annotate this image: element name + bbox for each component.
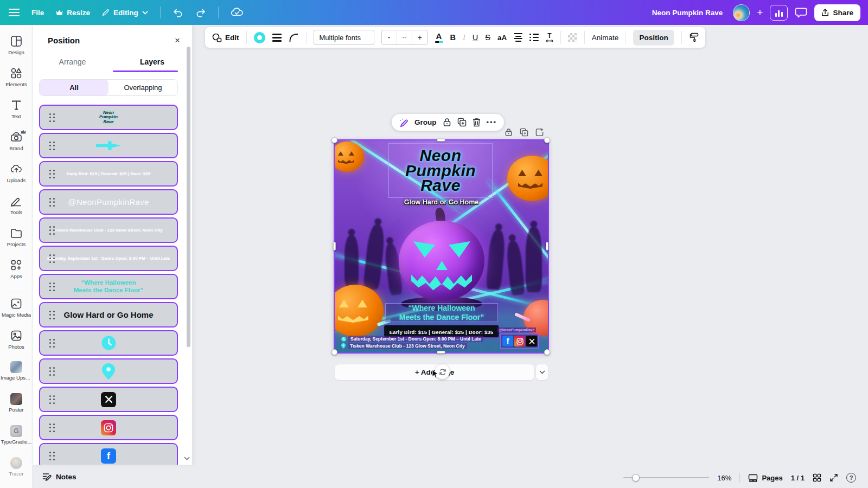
- poster-schedule-row[interactable]: Saturday, September 1st - Doors Open: 8:…: [341, 336, 483, 342]
- pages-button[interactable]: Pages: [748, 474, 782, 482]
- insights-button[interactable]: [770, 5, 788, 21]
- poster-title-textbox[interactable]: Neon Pumpkin Rave: [388, 143, 493, 198]
- edit-image-button[interactable]: Edit: [212, 33, 239, 42]
- layer-row-x-logo[interactable]: [39, 387, 178, 412]
- sidebar-item-magic-media[interactable]: Magic Media: [0, 297, 33, 318]
- close-icon[interactable]: ×: [175, 36, 180, 45]
- poster-social-handle[interactable]: @NeonPumpkinRave: [497, 328, 536, 332]
- share-button[interactable]: Share: [814, 4, 860, 21]
- lock-page-icon[interactable]: [505, 128, 513, 137]
- zoom-value[interactable]: 16%: [717, 474, 731, 482]
- more-options-icon[interactable]: •••: [487, 118, 497, 126]
- sidebar-item-projects[interactable]: Projects: [0, 227, 33, 247]
- poster-venue-row[interactable]: Tisken Warehouse Club - 123 Glow Street,…: [341, 343, 467, 349]
- drag-handle-icon[interactable]: [49, 254, 55, 263]
- duplicate-icon[interactable]: [457, 118, 467, 127]
- comments-button[interactable]: [795, 7, 807, 18]
- layer-row-clock[interactable]: [39, 330, 178, 356]
- layer-row-venue[interactable]: Tisken Warehouse Club - 123 Glow Street,…: [39, 217, 178, 243]
- sidebar-item-image-upscaler[interactable]: Image Upsc...: [0, 361, 33, 381]
- font-size-value[interactable]: --: [397, 30, 412, 44]
- drag-handle-icon[interactable]: [49, 226, 55, 235]
- text-case-button[interactable]: aA: [497, 34, 507, 42]
- delete-icon[interactable]: [473, 118, 481, 127]
- scroll-down-icon[interactable]: [184, 453, 190, 463]
- sidebar-item-elements[interactable]: Elements: [0, 67, 33, 87]
- layer-row-tagline[interactable]: Glow Hard or Go Home: [39, 302, 178, 328]
- curve-icon[interactable]: [289, 33, 299, 42]
- layer-row-arrow-shape[interactable]: [39, 133, 178, 158]
- sidebar-item-uploads[interactable]: Uploads: [0, 163, 33, 183]
- collapse-pages-button[interactable]: [536, 364, 548, 380]
- selection-handle-right[interactable]: [546, 242, 548, 251]
- sidebar-item-poster[interactable]: Poster: [0, 393, 33, 413]
- panel-scrollbar[interactable]: [187, 47, 190, 347]
- layer-row-schedule[interactable]: Saturday, September 1st - Doors Open: 8:…: [39, 246, 178, 271]
- copy-style-icon[interactable]: [689, 33, 699, 42]
- bold-button[interactable]: B: [450, 33, 456, 42]
- sidebar-item-design[interactable]: Design: [0, 35, 33, 55]
- font-size-increase[interactable]: +: [412, 30, 427, 44]
- drag-handle-icon[interactable]: [49, 395, 55, 404]
- selection-handle-top-left[interactable]: [331, 137, 337, 143]
- text-align-icon[interactable]: [514, 33, 522, 42]
- drag-handle-icon[interactable]: [49, 113, 55, 122]
- filter-all[interactable]: All: [40, 80, 108, 95]
- fullscreen-button[interactable]: [829, 473, 838, 482]
- sidebar-item-text[interactable]: Text: [0, 99, 33, 119]
- strikethrough-button[interactable]: S: [485, 33, 490, 42]
- layer-row-slogan[interactable]: “Where Halloween Meets the Dance Floor”: [39, 274, 178, 299]
- sidebar-item-photos[interactable]: Photos: [0, 329, 33, 350]
- shape-color-swatch[interactable]: [254, 32, 265, 43]
- sidebar-item-brand[interactable]: Brand: [0, 131, 33, 151]
- help-button[interactable]: ?: [846, 473, 856, 483]
- drag-handle-icon[interactable]: [49, 367, 55, 376]
- undo-button[interactable]: [173, 8, 183, 17]
- text-spacing-icon[interactable]: T: [546, 33, 553, 43]
- sidebar-item-tools[interactable]: Tools: [0, 195, 33, 215]
- list-icon[interactable]: [529, 34, 539, 41]
- text-color-button[interactable]: A: [435, 32, 443, 43]
- sidebar-item-typegradient[interactable]: G TypeGradie...: [0, 425, 33, 445]
- selection-handle-bottom-left[interactable]: [331, 349, 337, 355]
- selection-handle-top[interactable]: [437, 139, 445, 142]
- tab-arrange[interactable]: Arrange: [33, 53, 112, 72]
- magic-edit-icon[interactable]: [399, 118, 409, 127]
- font-family-select[interactable]: Multiple fonts: [314, 30, 374, 45]
- drag-handle-icon[interactable]: [49, 452, 55, 460]
- poster-slogan-textbox[interactable]: “Where Halloween Meets the Dance Floor”: [385, 303, 498, 322]
- drag-handle-icon[interactable]: [49, 142, 55, 150]
- redo-button[interactable]: [195, 8, 206, 17]
- layer-row-handle[interactable]: @NeonPumpkinRave: [39, 189, 178, 215]
- stroke-weight-icon[interactable]: [272, 34, 282, 42]
- position-button[interactable]: Position: [633, 30, 674, 46]
- design-page[interactable]: Neon Pumpkin Rave Glow Hard or Go Home “…: [335, 140, 548, 352]
- drag-handle-icon[interactable]: [49, 339, 55, 348]
- drag-handle-icon[interactable]: [49, 423, 55, 432]
- add-page-icon[interactable]: [535, 128, 544, 137]
- zoom-slider-thumb[interactable]: [632, 474, 640, 481]
- document-title[interactable]: Neon Pumpkin Rave: [652, 9, 723, 17]
- poster-social-icons[interactable]: f: [500, 333, 539, 349]
- editing-mode-dropdown[interactable]: Editing: [102, 9, 148, 17]
- lock-icon[interactable]: [443, 118, 451, 127]
- group-button[interactable]: Group: [414, 118, 437, 126]
- drag-handle-icon[interactable]: [49, 170, 55, 178]
- drag-handle-icon[interactable]: [49, 198, 55, 207]
- tab-layers[interactable]: Layers: [112, 53, 192, 72]
- underline-button[interactable]: U: [473, 33, 478, 42]
- sidebar-item-tracer[interactable]: Tracer: [0, 457, 33, 477]
- file-menu[interactable]: File: [31, 9, 44, 17]
- duplicate-page-icon[interactable]: [520, 128, 528, 137]
- drag-handle-icon[interactable]: [49, 311, 55, 319]
- layer-row-facebook[interactable]: f: [39, 443, 178, 465]
- italic-button[interactable]: I: [463, 33, 465, 42]
- avatar[interactable]: [733, 4, 750, 21]
- selection-handle-bottom-right[interactable]: [544, 349, 550, 355]
- selection-handle-top-right[interactable]: [544, 137, 550, 143]
- selection-handle-bottom[interactable]: [437, 351, 445, 354]
- hamburger-menu-icon[interactable]: [9, 9, 20, 16]
- notes-button[interactable]: Notes: [42, 472, 76, 481]
- layer-row-instagram[interactable]: [39, 415, 178, 440]
- resize-button[interactable]: Resize: [56, 9, 90, 17]
